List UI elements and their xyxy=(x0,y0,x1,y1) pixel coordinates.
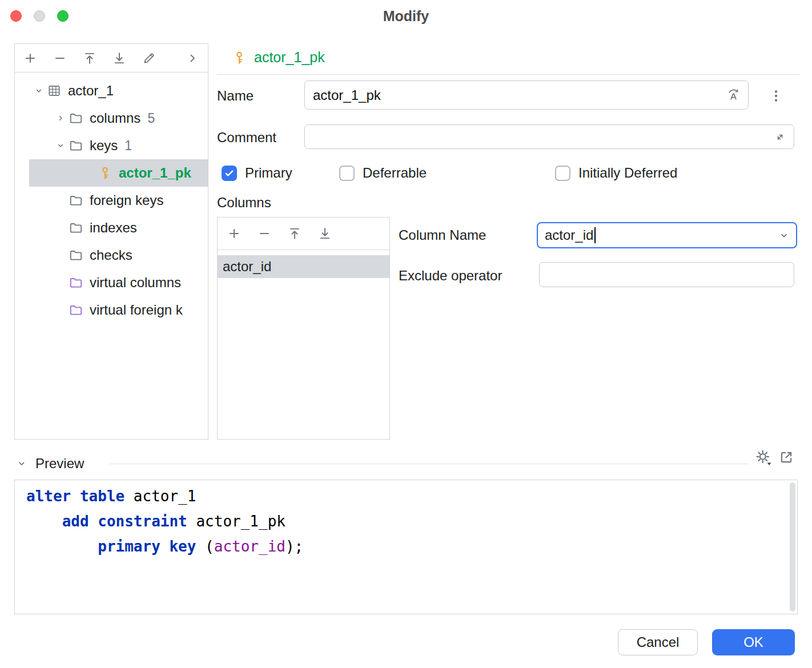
exclude-operator-field-wrap xyxy=(539,262,794,287)
tree-item-keys[interactable]: keys 1 xyxy=(15,132,208,159)
combobox-chevron-icon[interactable] xyxy=(778,229,790,242)
tree-item-foreign-keys[interactable]: foreign keys xyxy=(15,187,208,214)
deferrable-checkbox-group: Deferrable xyxy=(339,165,427,181)
minimize-button[interactable] xyxy=(34,10,45,22)
comment-input[interactable] xyxy=(305,125,794,148)
chevron-down-icon[interactable] xyxy=(53,138,69,154)
item-count: 1 xyxy=(124,138,132,154)
primary-label: Primary xyxy=(245,165,292,181)
tree-item-indexes[interactable]: indexes xyxy=(15,214,208,242)
twisty-spacer xyxy=(82,165,98,181)
column-name-combobox[interactable]: actor_id xyxy=(537,222,797,248)
name-input[interactable] xyxy=(305,81,748,109)
kebab-menu-icon[interactable] xyxy=(767,87,785,104)
key-icon xyxy=(232,50,247,65)
exclude-operator-input[interactable] xyxy=(540,263,794,287)
tree-item-columns[interactable]: columns 5 xyxy=(15,104,208,132)
rename-icon[interactable] xyxy=(726,87,741,103)
text-caret xyxy=(594,227,596,243)
tree-item-label: checks xyxy=(90,247,132,263)
tree-item-virtual-columns[interactable]: virtual columns xyxy=(15,269,208,296)
move-down-icon[interactable] xyxy=(111,50,128,67)
comment-label: Comment xyxy=(217,130,276,146)
tree-item-label: virtual columns xyxy=(90,275,181,291)
tree-item-label: foreign keys xyxy=(90,192,163,208)
remove-icon[interactable] xyxy=(51,50,69,67)
deferrable-label: Deferrable xyxy=(363,165,427,181)
remove-icon[interactable] xyxy=(256,225,273,242)
tree-item-label: columns xyxy=(90,110,140,126)
add-icon[interactable] xyxy=(226,225,243,242)
sql-line: alter table actor_1 xyxy=(26,484,303,509)
chevron-right-icon[interactable] xyxy=(53,110,69,126)
twisty-spacer xyxy=(53,192,69,208)
folder-icon xyxy=(69,138,83,153)
table-icon xyxy=(47,83,62,98)
zoom-button[interactable] xyxy=(57,10,69,22)
preview-section-label[interactable]: Preview xyxy=(35,456,84,472)
ok-button[interactable]: OK xyxy=(712,629,795,655)
traffic-lights xyxy=(10,10,69,22)
edit-icon[interactable] xyxy=(140,50,158,67)
primary-checkbox-group: Primary xyxy=(222,165,292,181)
name-field-wrap xyxy=(304,81,749,110)
column-name-label: Column Name xyxy=(399,227,486,243)
column-list-item[interactable]: actor_id xyxy=(218,255,389,278)
object-tree: actor_1 columns 5 keys 1 actor_1_pk xyxy=(15,73,208,324)
move-up-icon[interactable] xyxy=(286,225,303,242)
item-count: 5 xyxy=(147,111,155,126)
columns-list: actor_id xyxy=(218,250,389,278)
tree-item-label: indexes xyxy=(90,220,137,236)
initially-deferred-checkbox-group: Initially Deferred xyxy=(555,165,677,181)
tree-item-actor-1-pk-selected[interactable]: actor_1_pk xyxy=(29,159,208,187)
twisty-spacer xyxy=(53,220,69,236)
chevron-down-icon[interactable] xyxy=(31,83,47,99)
title-bar: Modify xyxy=(0,0,812,32)
cancel-button[interactable]: Cancel xyxy=(618,629,698,655)
tree-item-checks[interactable]: checks xyxy=(15,242,208,269)
move-down-icon[interactable] xyxy=(316,225,333,242)
comment-field-wrap xyxy=(304,124,794,149)
tree-item-label: actor_1 xyxy=(68,83,114,99)
object-tree-panel: actor_1 columns 5 keys 1 actor_1_pk xyxy=(14,43,208,440)
columns-section-label: Columns xyxy=(217,195,271,211)
key-icon xyxy=(98,166,112,180)
deferrable-checkbox[interactable] xyxy=(339,166,355,181)
settings-gear-icon[interactable] xyxy=(755,449,772,466)
scrollbar-thumb[interactable] xyxy=(790,482,795,611)
object-header-title: actor_1_pk xyxy=(254,49,325,66)
tree-item-actor-1[interactable]: actor_1 xyxy=(15,77,208,104)
twisty-spacer xyxy=(53,302,69,318)
initially-deferred-checkbox[interactable] xyxy=(555,166,570,181)
sql-line: primary key (actor_id); xyxy=(26,534,303,559)
tree-item-label: keys xyxy=(90,138,118,154)
toolbar-chevron-right-icon[interactable] xyxy=(184,50,201,67)
preview-collapse-chevron-icon[interactable] xyxy=(16,458,27,469)
open-in-editor-icon[interactable] xyxy=(778,449,795,466)
folder-icon xyxy=(69,248,83,263)
tree-item-virtual-foreign-keys[interactable]: virtual foreign k xyxy=(15,296,208,324)
object-header: actor_1_pk xyxy=(232,49,325,66)
exclude-operator-label: Exclude operator xyxy=(399,268,502,284)
folder-icon xyxy=(69,193,83,208)
sql-preview-panel: alter table actor_1 add constraint actor… xyxy=(14,480,798,614)
tree-item-label: virtual foreign k xyxy=(90,302,183,318)
columns-panel: actor_id xyxy=(217,217,390,440)
move-up-icon[interactable] xyxy=(81,50,98,67)
sql-line: add constraint actor_1_pk xyxy=(26,509,303,534)
virtual-folder-icon xyxy=(69,275,83,290)
window-title: Modify xyxy=(383,8,429,25)
name-label: Name xyxy=(217,88,254,104)
preview-separator xyxy=(110,464,748,464)
folder-icon xyxy=(69,111,83,126)
initially-deferred-label: Initially Deferred xyxy=(578,165,677,181)
add-icon[interactable] xyxy=(22,50,39,67)
expand-field-icon[interactable] xyxy=(773,130,787,144)
tree-toolbar xyxy=(15,44,208,73)
tree-item-label: actor_1_pk xyxy=(119,165,191,181)
close-button[interactable] xyxy=(10,10,22,22)
folder-icon xyxy=(69,220,83,235)
primary-checkbox[interactable] xyxy=(222,166,237,181)
columns-toolbar xyxy=(218,218,389,250)
twisty-spacer xyxy=(53,275,69,291)
